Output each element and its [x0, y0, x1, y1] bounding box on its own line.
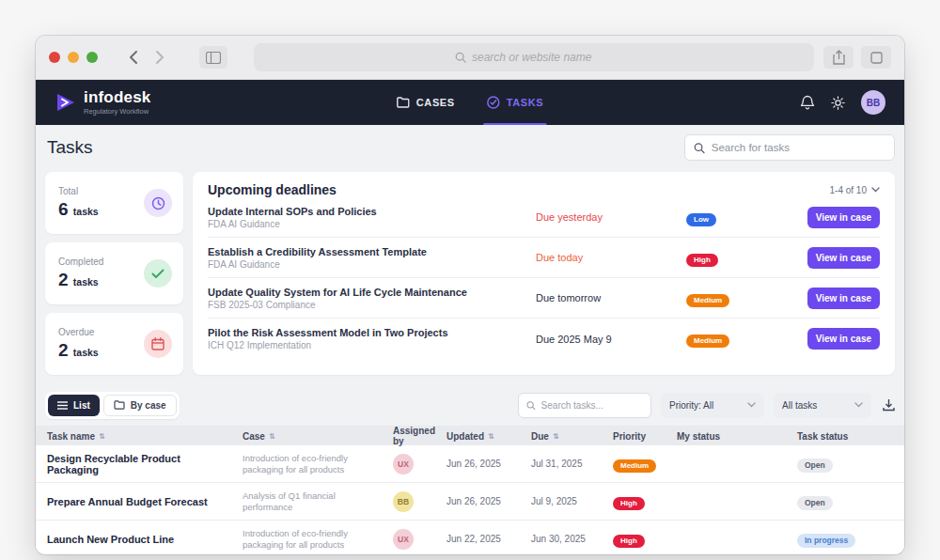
col-due[interactable]: Due⇅ [520, 431, 602, 442]
stat-card: Completed 2 tasks [45, 242, 183, 304]
stat-label: Total [58, 186, 99, 196]
priority-badge: High [686, 254, 718, 267]
tasks-search-input[interactable] [712, 142, 885, 153]
view-list-button[interactable]: List [48, 395, 100, 416]
forward-icon[interactable] [155, 50, 165, 65]
notifications-bell-icon[interactable] [800, 95, 815, 111]
back-icon[interactable] [128, 50, 138, 65]
browser-window: infodesk Regulatory Workflow CASES TASKS… [36, 36, 904, 554]
deadlines-pagination[interactable]: 1-4 of 10 [830, 185, 880, 195]
tab-cases[interactable]: CASES [397, 80, 455, 125]
tasks-table: Task name⇅ Case⇅ Assigned by Updated⇅ Du… [36, 426, 904, 554]
new-tab-button[interactable] [861, 46, 891, 69]
cell-case: Introduction of eco-friendly packaging f… [231, 453, 382, 475]
check-icon [144, 259, 172, 288]
view-switcher: List By case [45, 392, 180, 419]
view-in-case-button[interactable]: View in case [807, 288, 880, 309]
deadline-row: Update Quality System for AI Life Cycle … [208, 278, 880, 319]
sort-icon: ⇅ [269, 432, 275, 441]
table-row[interactable]: Prepare Annual Budget Forecast Analysis … [36, 483, 904, 521]
tab-overview-icon [870, 52, 883, 64]
col-my-status: My status [666, 431, 786, 442]
view-in-case-button[interactable]: View in case [807, 247, 880, 269]
view-in-case-button[interactable]: View in case [807, 207, 880, 228]
table-row[interactable]: Launch New Product Line Introduction of … [36, 521, 904, 554]
sidebar-toggle-button[interactable] [199, 46, 227, 69]
deadline-case-name: FDA AI Guidance [208, 259, 536, 270]
deadline-due-text: Due 2025 May 9 [536, 334, 686, 345]
download-button[interactable] [883, 398, 895, 412]
deadline-task-name: Establish a Credibility Assessment Templ… [208, 246, 536, 257]
sidebar-icon [206, 52, 221, 64]
col-priority: Priority [602, 431, 666, 442]
deadline-row: Pilot the Risk Assessment Model in Two P… [208, 319, 880, 359]
assigned-by-avatar: UX [393, 454, 414, 474]
deadline-due-text: Due today [536, 252, 686, 263]
share-icon [833, 50, 845, 65]
view-bycase-button[interactable]: By case [103, 395, 177, 416]
infodesk-logo-icon [55, 91, 77, 114]
page-title: Tasks [47, 137, 93, 158]
brand-logo[interactable]: infodesk Regulatory Workflow [55, 89, 151, 116]
priority-badge: Medium [686, 334, 729, 348]
priority-badge: Medium [613, 459, 656, 473]
stat-value: 2 tasks [58, 270, 103, 290]
priority-filter-value: Priority: All [669, 400, 730, 411]
folder-icon [397, 97, 410, 108]
deadline-due-text: Due yesterday [536, 211, 686, 223]
deadline-row: Establish a Credibility Assessment Templ… [208, 238, 880, 278]
table-search-box[interactable] [518, 393, 651, 418]
address-bar[interactable] [254, 43, 814, 71]
zoom-window-button[interactable] [86, 52, 98, 63]
sort-icon: ⇅ [488, 432, 494, 441]
stat-value: 6 tasks [58, 199, 99, 220]
stat-value: 2 tasks [58, 340, 99, 361]
priority-badge: High [613, 535, 645, 548]
cell-task-name: Prepare Annual Budget Forecast [36, 496, 231, 507]
user-avatar[interactable]: BB [861, 90, 885, 115]
pagination-label: 1-4 of 10 [830, 185, 867, 195]
tab-tasks[interactable]: TASKS [487, 80, 543, 125]
clock-icon [144, 189, 172, 217]
cell-case: Analysis of Q1 financial performance [231, 490, 382, 513]
stats-column: Total 6 tasks Completed 2 tasks Overdue … [45, 172, 183, 375]
cell-task-name: Design Recyclable Product Packaging [36, 453, 231, 475]
window-controls [49, 52, 98, 63]
priority-badge: Low [686, 213, 716, 226]
col-updated[interactable]: Updated⇅ [435, 431, 520, 442]
deadline-row: Update Internal SOPs and Policies FDA AI… [208, 197, 880, 238]
cell-updated: Jun 22, 2025 [435, 534, 520, 544]
col-case[interactable]: Case⇅ [231, 431, 382, 442]
tasks-page: Tasks Total 6 tasks Completed 2 tasks Ov… [36, 125, 904, 554]
sort-icon: ⇅ [553, 432, 559, 441]
assigned-by-avatar: UX [393, 529, 414, 550]
stat-card: Overdue 2 tasks [45, 313, 183, 375]
cell-case: Introduction of eco-friendly packaging f… [231, 528, 382, 551]
deadlines-title: Upcoming deadlines [208, 182, 337, 197]
settings-gear-icon[interactable] [830, 95, 846, 111]
list-toolbar: List By case Priority: All All tasks [45, 392, 895, 418]
view-in-case-button[interactable]: View in case [807, 328, 880, 350]
tasks-filter-dropdown[interactable]: All tasks [774, 393, 871, 418]
table-search-input[interactable] [541, 400, 643, 411]
deadline-task-name: Update Internal SOPs and Policies [208, 206, 536, 217]
table-row[interactable]: Design Recyclable Product Packaging Intr… [36, 445, 904, 483]
close-window-button[interactable] [49, 52, 60, 63]
cell-updated: Jun 26, 2025 [435, 496, 520, 506]
stat-label: Completed [58, 257, 103, 267]
deadline-case-name: FDA AI Guidance [208, 219, 536, 229]
col-task-status: Task status [786, 431, 904, 442]
brand-tagline: Regulatory Workflow [84, 107, 151, 116]
check-circle-icon [487, 96, 500, 109]
calendar-icon [144, 330, 172, 358]
col-task-name[interactable]: Task name⇅ [36, 431, 231, 442]
address-input[interactable] [472, 51, 613, 64]
assigned-by-avatar: BB [393, 491, 414, 512]
minimize-window-button[interactable] [68, 52, 79, 63]
deadline-due-text: Due tomorrow [536, 292, 686, 303]
sort-icon: ⇅ [99, 432, 105, 441]
browser-toolbar [36, 36, 904, 80]
tasks-search-box[interactable] [684, 134, 895, 161]
share-button[interactable] [823, 46, 854, 69]
priority-filter-dropdown[interactable]: Priority: All [661, 393, 764, 418]
